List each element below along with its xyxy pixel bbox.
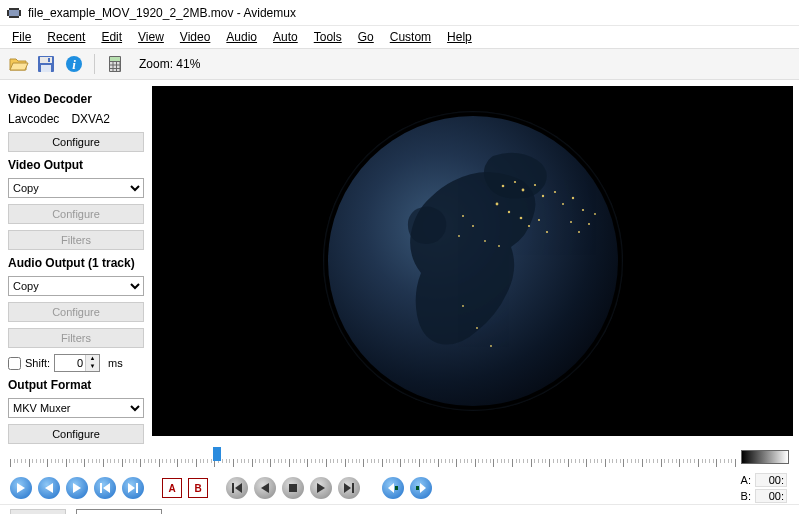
svg-point-42 (462, 215, 464, 217)
svg-rect-20 (110, 69, 113, 71)
menu-video[interactable]: Video (172, 28, 218, 46)
playhead[interactable] (213, 447, 221, 461)
svg-rect-21 (114, 69, 117, 71)
shift-checkbox[interactable] (8, 357, 21, 370)
shift-unit: ms (108, 357, 123, 369)
svg-rect-2 (7, 8, 9, 10)
svg-text:i: i (72, 57, 76, 72)
transport-controls: A B A:00: B:00: (0, 472, 799, 504)
menu-recent[interactable]: Recent (39, 28, 93, 46)
menu-edit[interactable]: Edit (93, 28, 130, 46)
video-configure-button[interactable]: Configure (8, 204, 144, 224)
titlebar: file_example_MOV_1920_2_2MB.mov - Avidem… (0, 0, 799, 26)
shift-label: Shift: (25, 357, 50, 369)
svg-point-33 (562, 203, 564, 205)
next-black-frame-button[interactable] (410, 477, 432, 499)
goto-marker-b-button[interactable] (310, 477, 332, 499)
set-marker-b-button[interactable]: B (188, 478, 208, 498)
menu-file[interactable]: File (4, 28, 39, 46)
format-configure-button[interactable]: Configure (8, 424, 144, 444)
svg-rect-15 (114, 62, 117, 65)
goto-end-button[interactable] (338, 477, 360, 499)
svg-rect-19 (117, 66, 120, 69)
marker-b-value: 00: (755, 489, 787, 503)
marker-a-label: A: (741, 474, 751, 486)
audio-filters-button[interactable]: Filters (8, 328, 144, 348)
set-marker-a-button[interactable]: A (162, 478, 182, 498)
prev-frame-button[interactable] (38, 477, 60, 499)
menu-auto[interactable]: Auto (265, 28, 306, 46)
prev-black-frame-button[interactable] (382, 477, 404, 499)
svg-rect-1 (9, 10, 19, 16)
zoom-label: Zoom: 41% (139, 57, 200, 71)
svg-rect-58 (352, 483, 354, 493)
gradient-strip (741, 450, 789, 464)
svg-rect-9 (48, 58, 50, 62)
svg-rect-18 (114, 66, 117, 69)
timeline[interactable] (10, 445, 735, 469)
open-file-button[interactable] (6, 52, 30, 76)
menu-help[interactable]: Help (439, 28, 480, 46)
info-button[interactable]: i (62, 52, 86, 76)
svg-point-32 (553, 191, 555, 193)
toolbar: i Zoom: 41% (0, 48, 799, 80)
prev-keyframe-button[interactable] (94, 477, 116, 499)
decoder-lib: Lavcodec (8, 112, 59, 126)
menu-view[interactable]: View (130, 28, 172, 46)
time-button[interactable]: Time: (10, 509, 66, 515)
audio-configure-button[interactable]: Configure (8, 302, 144, 322)
shift-up-button[interactable]: ▲ (85, 355, 99, 363)
menubar: File Recent Edit View Video Audio Auto T… (0, 26, 799, 48)
svg-point-28 (513, 181, 515, 183)
svg-rect-5 (19, 16, 21, 18)
svg-point-51 (578, 231, 580, 233)
svg-point-48 (476, 327, 478, 329)
time-input[interactable] (76, 509, 162, 515)
svg-point-50 (570, 221, 572, 223)
svg-point-41 (545, 231, 547, 233)
audio-output-select[interactable]: Copy (8, 276, 144, 296)
svg-point-30 (533, 184, 535, 186)
next-frame-button[interactable] (66, 477, 88, 499)
svg-point-36 (495, 203, 498, 206)
calculator-button[interactable] (103, 52, 127, 76)
svg-point-37 (507, 211, 509, 213)
save-button[interactable] (34, 52, 58, 76)
svg-rect-56 (232, 483, 234, 493)
svg-point-47 (462, 305, 464, 307)
svg-rect-54 (100, 483, 102, 493)
shift-down-button[interactable]: ▼ (85, 363, 99, 371)
svg-point-46 (498, 245, 500, 247)
svg-point-40 (538, 219, 540, 221)
next-keyframe-button[interactable] (122, 477, 144, 499)
svg-point-53 (594, 213, 596, 215)
audio-output-title: Audio Output (1 track) (8, 256, 144, 270)
svg-rect-59 (395, 486, 398, 490)
status-bar: Time: / 00:00:30.033 Frame type: I-FRM S… (0, 504, 799, 514)
svg-point-52 (588, 223, 590, 225)
svg-point-49 (490, 345, 492, 347)
output-format-select[interactable]: MKV Muxer (8, 398, 144, 418)
stop-button[interactable] (282, 477, 304, 499)
goto-marker-a-button[interactable] (254, 477, 276, 499)
svg-rect-14 (110, 62, 113, 65)
goto-start-button[interactable] (226, 477, 248, 499)
menu-audio[interactable]: Audio (218, 28, 265, 46)
svg-point-31 (541, 195, 543, 197)
sidebar: Video Decoder Lavcodec DXVA2 Configure V… (0, 80, 152, 442)
menu-tools[interactable]: Tools (306, 28, 350, 46)
decoder-accel: DXVA2 (71, 112, 109, 126)
menu-go[interactable]: Go (350, 28, 382, 46)
video-decoder-title: Video Decoder (8, 92, 144, 106)
play-button[interactable] (10, 477, 32, 499)
svg-rect-60 (416, 486, 419, 490)
decoder-configure-button[interactable]: Configure (8, 132, 144, 152)
video-output-title: Video Output (8, 158, 144, 172)
video-output-select[interactable]: Copy (8, 178, 144, 198)
menu-custom[interactable]: Custom (382, 28, 439, 46)
app-icon (6, 5, 22, 21)
video-filters-button[interactable]: Filters (8, 230, 144, 250)
shift-input[interactable] (55, 357, 85, 369)
svg-rect-3 (7, 16, 9, 18)
output-format-title: Output Format (8, 378, 144, 392)
